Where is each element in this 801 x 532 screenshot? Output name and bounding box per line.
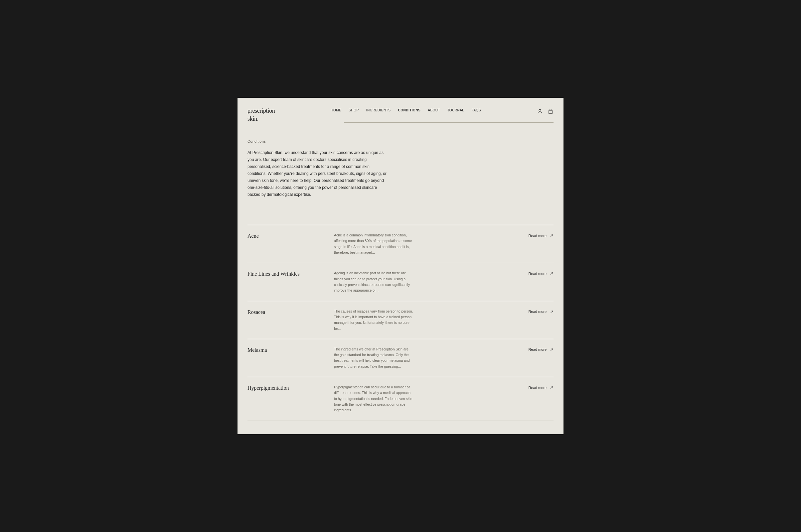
read-more-label-acne: Read more [528, 234, 546, 238]
main-content: Conditions At Prescription Skin, we unde… [238, 123, 563, 434]
read-more-hyperpigmentation[interactable]: Read more ↗ [528, 384, 554, 390]
condition-desc-rosacea: The causes of rosacea vary from person t… [334, 308, 421, 331]
condition-desc-melasma: The ingredients we offer at Prescription… [334, 346, 421, 369]
conditions-list: Acne Acne is a common inflammatory skin … [247, 225, 554, 421]
arrow-icon-rosacea: ↗ [550, 309, 554, 314]
nav-item-about[interactable]: ABOUT [428, 108, 440, 112]
arrow-icon-acne: ↗ [550, 233, 554, 238]
nav-item-ingredients[interactable]: INGREDIENTS [366, 108, 391, 112]
header: prescription skin. HOMESHOPINGREDIENTSCO… [238, 98, 563, 123]
condition-name-melasma: Melasma [247, 346, 334, 354]
user-icon[interactable] [537, 108, 543, 114]
intro-text: At Prescription Skin, we understand that… [247, 149, 387, 198]
nav-item-home[interactable]: HOME [331, 108, 341, 112]
condition-name-hyperpigmentation: Hyperpigmentation [247, 384, 334, 392]
nav-item-journal[interactable]: JOURNAL [447, 108, 464, 112]
condition-desc-acne: Acne is a common inflammatory skin condi… [334, 232, 421, 255]
read-more-label-rosacea: Read more [528, 309, 546, 314]
page-label: Conditions [247, 139, 554, 143]
read-more-label-hyperpigmentation: Read more [528, 386, 546, 390]
read-more-label-melasma: Read more [528, 347, 546, 352]
condition-desc-hyperpigmentation: Hyperpigmentation can occur due to a num… [334, 384, 421, 413]
arrow-icon-hyperpigmentation: ↗ [550, 385, 554, 390]
condition-item-fine-lines: Fine Lines and Wrinkles Ageing is an ine… [247, 263, 554, 301]
logo[interactable]: prescription skin. [247, 107, 275, 123]
header-icons [537, 108, 554, 114]
condition-name-acne: Acne [247, 232, 334, 240]
nav-item-faqs[interactable]: FAQS [471, 108, 481, 112]
condition-name-fine-lines: Fine Lines and Wrinkles [247, 270, 334, 278]
condition-name-rosacea: Rosacea [247, 308, 334, 316]
arrow-icon-melasma: ↗ [550, 347, 554, 352]
svg-point-0 [539, 109, 541, 111]
condition-item-acne: Acne Acne is a common inflammatory skin … [247, 225, 554, 263]
condition-item-hyperpigmentation: Hyperpigmentation Hyperpigmentation can … [247, 377, 554, 421]
nav-item-shop[interactable]: SHOP [349, 108, 359, 112]
condition-item-melasma: Melasma The ingredients we offer at Pres… [247, 339, 554, 377]
nav-item-conditions[interactable]: CONDITIONS [398, 108, 421, 112]
read-more-acne[interactable]: Read more ↗ [528, 232, 554, 238]
svg-rect-1 [549, 110, 553, 114]
header-underline [344, 122, 554, 123]
read-more-melasma[interactable]: Read more ↗ [528, 346, 554, 352]
page-wrapper: prescription skin. HOMESHOPINGREDIENTSCO… [238, 98, 563, 434]
bag-icon[interactable] [547, 108, 554, 114]
arrow-icon-fine-lines: ↗ [550, 271, 554, 276]
condition-item-rosacea: Rosacea The causes of rosacea vary from … [247, 301, 554, 339]
read-more-rosacea[interactable]: Read more ↗ [528, 308, 554, 314]
read-more-fine-lines[interactable]: Read more ↗ [528, 270, 554, 276]
read-more-label-fine-lines: Read more [528, 272, 546, 276]
condition-desc-fine-lines: Ageing is an inevitable part of life but… [334, 270, 421, 293]
main-nav: HOMESHOPINGREDIENTSCONDITIONSABOUTJOURNA… [331, 108, 481, 112]
